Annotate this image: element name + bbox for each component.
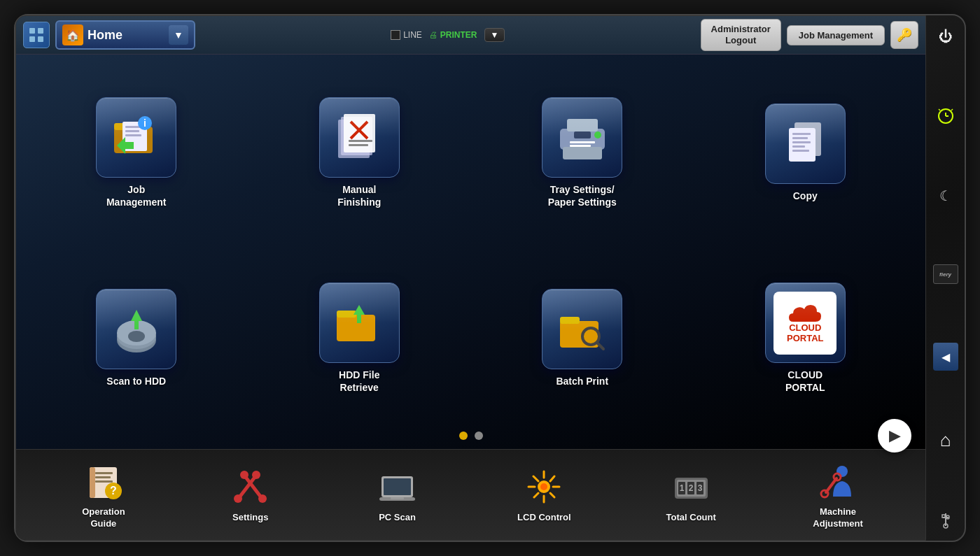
lcd-control-icon: [519, 466, 568, 508]
status-area: LINE 🖨 PRINTER ▼: [201, 28, 695, 42]
svg-point-83: [821, 490, 828, 497]
toolbar-item-pc-scan[interactable]: PC Scan: [370, 466, 426, 524]
moon-icon[interactable]: ☾: [935, 185, 956, 206]
device-frame: 🏠 Home ▼ LINE 🖨 PRINTER ▼: [14, 14, 966, 542]
svg-rect-47: [90, 467, 95, 498]
svg-rect-40: [337, 311, 356, 318]
toolbar-item-lcd-control[interactable]: LCD Control: [516, 466, 572, 524]
clock-icon[interactable]: [935, 106, 956, 127]
app-icon-tray-settings: [542, 97, 622, 178]
svg-line-68: [533, 476, 538, 481]
line-label: LINE: [403, 30, 422, 40]
app-label-hdd-file-retrieve: HDD FileRetrieve: [339, 369, 379, 394]
app-tile-cloud-portal[interactable]: CLOUD PORTAL CLOUDPORTAL: [699, 251, 912, 427]
app-icon-scan-to-hdd: [96, 289, 176, 369]
job-management-header-button[interactable]: Job Management: [787, 25, 885, 45]
power-icon[interactable]: ⏻: [935, 26, 956, 47]
svg-rect-19: [349, 144, 368, 146]
app-label-job-management: JobManagement: [106, 183, 167, 208]
machine-adjustment-icon: [813, 460, 862, 502]
total-count-icon: 1 2 3: [666, 466, 715, 508]
svg-rect-1: [38, 28, 43, 34]
svg-rect-90: [942, 515, 945, 518]
svg-rect-62: [391, 497, 404, 499]
svg-point-10: [138, 116, 152, 130]
content-area: i JobManagement: [16, 55, 925, 449]
svg-point-54: [234, 494, 242, 503]
app-tile-job-management[interactable]: i JobManagement: [30, 65, 243, 241]
scroll-back-button[interactable]: ◀: [933, 343, 958, 371]
toolbar-label-pc-scan: PC Scan: [379, 512, 416, 524]
pagination-dot-2[interactable]: [475, 432, 483, 440]
toolbar-label-lcd-control: LCD Control: [517, 512, 571, 524]
app-label-tray-settings: Tray Settings/Paper Settings: [548, 183, 617, 208]
bottom-toolbar: ? OperationGuide: [16, 449, 925, 540]
svg-rect-5: [114, 123, 135, 130]
svg-line-70: [550, 476, 554, 481]
app-tile-batch-print[interactable]: Batch Print: [476, 251, 689, 427]
app-switcher-icon[interactable]: [23, 22, 50, 48]
svg-rect-28: [789, 128, 816, 162]
app-icon-cloud-portal: CLOUD PORTAL: [765, 283, 846, 363]
app-label-scan-to-hdd: Scan to HDD: [106, 375, 166, 387]
toolbar-item-machine-adjustment[interactable]: MachineAdjustment: [810, 460, 866, 530]
home-side-icon[interactable]: ⌂: [935, 429, 956, 450]
svg-rect-22: [563, 147, 602, 159]
toolbar-label-operation-guide: OperationGuide: [82, 506, 125, 530]
svg-rect-18: [349, 140, 372, 142]
toolbar-item-operation-guide[interactable]: ? OperationGuide: [76, 460, 132, 530]
svg-text:2: 2: [688, 483, 693, 493]
toolbar-label-machine-adjustment: MachineAdjustment: [813, 506, 863, 530]
app-tile-tray-settings[interactable]: Tray Settings/Paper Settings: [476, 65, 689, 241]
svg-rect-60: [384, 478, 411, 495]
svg-rect-15: [344, 114, 375, 152]
svg-rect-43: [560, 317, 580, 324]
app-label-cloud-portal: CLOUDPORTAL: [785, 369, 825, 394]
home-button[interactable]: 🏠 Home ▼: [55, 20, 195, 50]
svg-rect-30: [792, 137, 808, 139]
operation-guide-icon: ?: [79, 460, 128, 502]
svg-rect-24: [570, 145, 591, 147]
line-checkbox: [391, 30, 400, 40]
toolbar-item-total-count[interactable]: 1 2 3 Total Count: [663, 466, 719, 524]
svg-marker-38: [131, 310, 142, 329]
svg-rect-25: [574, 131, 591, 138]
svg-point-55: [252, 471, 260, 479]
toolbar-label-settings: Settings: [232, 512, 268, 524]
usb-icon[interactable]: [935, 509, 956, 530]
svg-point-84: [834, 473, 841, 480]
svg-rect-3: [38, 36, 43, 42]
home-label: Home: [88, 28, 164, 43]
home-house-icon: 🏠: [62, 24, 83, 45]
next-page-button[interactable]: ▶: [878, 419, 911, 452]
admin-logout-button[interactable]: Administrator Logout: [701, 19, 781, 50]
svg-rect-33: [792, 150, 809, 152]
svg-point-58: [240, 471, 248, 479]
svg-rect-31: [792, 141, 811, 143]
app-tile-manual-finishing[interactable]: ManualFinishing: [253, 65, 466, 241]
app-tile-copy[interactable]: Copy: [699, 65, 912, 241]
fiery-icon[interactable]: fiery: [933, 264, 958, 284]
printer-dropdown[interactable]: ▼: [484, 28, 505, 42]
app-tile-scan-to-hdd[interactable]: Scan to HDD: [30, 251, 243, 427]
svg-point-81: [836, 466, 848, 477]
svg-rect-50: [95, 480, 113, 483]
app-icon-copy: [765, 104, 846, 184]
pagination-dot-1[interactable]: [459, 432, 468, 440]
toolbar-item-settings[interactable]: Settings: [223, 466, 279, 524]
svg-rect-0: [29, 28, 35, 34]
app-label-copy: Copy: [793, 190, 818, 202]
key-icon-button[interactable]: 🔑: [890, 21, 918, 49]
svg-text:1: 1: [679, 483, 684, 493]
svg-point-57: [258, 494, 267, 503]
app-icon-manual-finishing: [319, 97, 400, 178]
settings-icon: [226, 466, 275, 508]
home-dropdown-arrow[interactable]: ▼: [169, 25, 188, 45]
svg-rect-29: [792, 133, 811, 135]
main-screen: 🏠 Home ▼ LINE 🖨 PRINTER ▼: [15, 15, 926, 541]
printer-status: 🖨 PRINTER: [429, 30, 477, 40]
app-label-batch-print: Batch Print: [556, 375, 608, 387]
svg-line-69: [550, 493, 554, 497]
printer-label: PRINTER: [440, 30, 477, 40]
app-tile-hdd-file-retrieve[interactable]: HDD FileRetrieve: [253, 251, 466, 427]
